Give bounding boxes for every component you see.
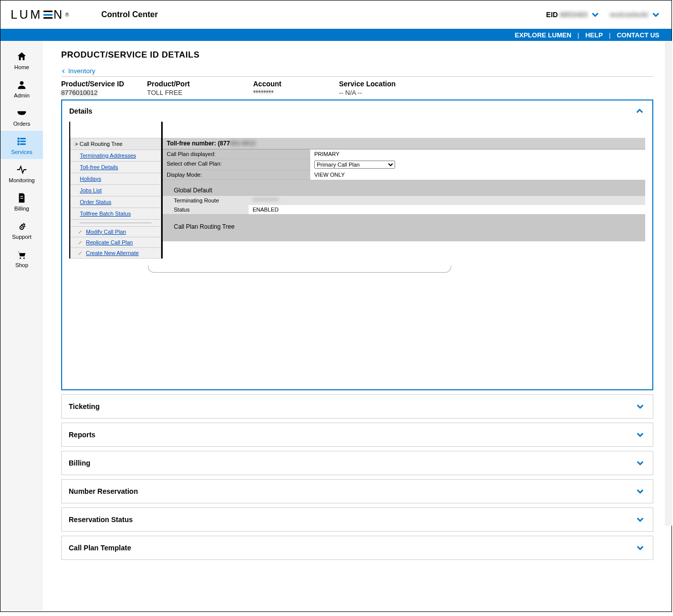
svg-rect-7: [20, 196, 23, 196]
nav-support[interactable]: Support: [1, 216, 43, 244]
eid-label: EID: [546, 11, 558, 19]
topbar-right: EID 8853483 mstrzelecki: [546, 9, 661, 20]
nav-billing[interactable]: Billing: [1, 187, 43, 216]
tollfree-label: Toll-free number: (877: [167, 140, 230, 147]
replicate-call-plan-action[interactable]: Replicate Call Plan: [70, 237, 161, 248]
accordion-reservation-status[interactable]: Reservation Status: [61, 507, 653, 532]
chevron-down-icon: [635, 457, 646, 469]
username: mstrzelecki: [610, 11, 648, 19]
pencil-icon: [78, 250, 83, 255]
nav-label: Support: [12, 234, 32, 240]
call-routing-tree-header[interactable]: Call Routing Tree: [70, 138, 161, 150]
help-link[interactable]: HELP: [579, 31, 609, 39]
modify-call-plan-label: Modify Call Plan: [86, 229, 126, 235]
tree-nav-column: Call Routing Tree Terminating Addresses …: [69, 122, 161, 259]
nav-label: Home: [14, 64, 29, 70]
nav-label: Services: [11, 149, 32, 155]
plan-displayed-value: PRIMARY: [310, 149, 645, 159]
status-label: Status: [163, 205, 249, 214]
prod-port-header: Product/Port: [147, 80, 253, 88]
accordion-label: Reports: [69, 431, 95, 439]
global-default-block: Global Default Terminating Route *******…: [163, 180, 645, 241]
svg-rect-2: [20, 138, 25, 139]
chevron-down-icon: [590, 9, 601, 20]
svg-rect-4: [20, 141, 25, 142]
lumen-logo: LUM N ®: [11, 8, 71, 22]
back-to-inventory-link[interactable]: Inventory: [61, 67, 95, 75]
terminating-route-label: Terminating Route: [163, 196, 249, 205]
tollfree-number-value: 601-0012: [230, 140, 256, 147]
nav-home[interactable]: Home: [1, 46, 43, 74]
svg-point-5: [18, 143, 20, 145]
nav-label: Billing: [14, 206, 29, 212]
gear-icon: [16, 221, 27, 232]
explore-lumen-link[interactable]: EXPLORE LUMEN: [509, 31, 578, 39]
replicate-call-plan-label: Replicate Call Plan: [86, 239, 133, 245]
activity-icon: [16, 164, 27, 175]
accordion-label: Reservation Status: [69, 516, 133, 524]
nav-label: Admin: [14, 92, 29, 98]
back-link-label: Inventory: [68, 67, 95, 75]
page-title: PRODUCT/SERVICE ID DETAILS: [61, 50, 653, 60]
chevron-down-icon: [635, 514, 646, 525]
chevron-up-icon: [634, 106, 645, 117]
accordion-number-reservation[interactable]: Number Reservation: [61, 479, 653, 503]
details-panel-header[interactable]: Details: [62, 100, 652, 122]
eid-dropdown[interactable]: EID 8853483: [546, 9, 601, 20]
call-plan-select[interactable]: Primary Call Plan: [314, 161, 395, 169]
tollfree-batch-status-link[interactable]: Tollfree Batch Status: [70, 208, 161, 220]
prod-port-value: TOLL FREE: [147, 89, 253, 96]
accordion-reports[interactable]: Reports: [61, 423, 653, 447]
accordion-label: Call Plan Template: [69, 544, 131, 552]
user-icon: [16, 79, 27, 90]
svg-point-1: [18, 138, 20, 140]
logo-left: LUM: [11, 8, 42, 22]
nav-orders[interactable]: Orders: [1, 102, 43, 131]
accordion-ticketing[interactable]: Ticketing: [61, 394, 653, 419]
modify-call-plan-action[interactable]: Modify Call Plan: [70, 227, 161, 237]
tollfree-details-link[interactable]: Toll-free Details: [70, 162, 161, 173]
svg-point-12: [23, 258, 25, 259]
terminating-addresses-link[interactable]: Terminating Addresses: [70, 150, 161, 162]
nav-services[interactable]: Services: [1, 131, 43, 159]
svg-point-10: [21, 227, 23, 228]
prod-id-value: 8776010012: [61, 89, 147, 96]
details-panel: Details Call Routing Tree Terminating Ad…: [61, 99, 653, 390]
pencil-icon: [78, 240, 83, 245]
nav-label: Shop: [15, 262, 28, 268]
svg-rect-8: [20, 198, 23, 198]
contact-us-link[interactable]: CONTACT US: [611, 31, 665, 39]
chevron-left-icon: [61, 69, 66, 74]
display-mode-label: Display Mode:: [163, 170, 310, 180]
nav-admin[interactable]: Admin: [1, 74, 43, 102]
panel-bottom-curve: [148, 266, 451, 273]
location-header: Service Location: [339, 80, 445, 88]
jobs-list-link[interactable]: Jobs List: [70, 185, 161, 196]
create-new-alternate-action[interactable]: Create New Alternate: [70, 248, 161, 259]
accordion-call-plan-template[interactable]: Call Plan Template: [61, 536, 653, 560]
status-value: ENABLED: [249, 205, 645, 214]
chevron-down-icon: [635, 401, 646, 412]
svg-point-11: [20, 258, 21, 259]
divider: [70, 220, 161, 227]
user-dropdown[interactable]: mstrzelecki: [610, 9, 661, 20]
blue-nav-bar: EXPLORE LUMEN | HELP | CONTACT US: [1, 29, 671, 41]
svg-rect-6: [20, 144, 25, 145]
home-icon: [16, 51, 27, 62]
accordion-label: Ticketing: [69, 402, 100, 410]
details-title: Details: [69, 107, 92, 115]
create-new-alternate-label: Create New Alternate: [86, 250, 139, 256]
scrollbar[interactable]: [665, 41, 672, 526]
nav-shop[interactable]: Shop: [1, 244, 43, 272]
call-plan-routing-tree-label: Call Plan Routing Tree: [163, 214, 645, 237]
nav-monitoring[interactable]: Monitoring: [1, 159, 43, 187]
order-status-link[interactable]: Order Status: [70, 196, 161, 208]
accordion-billing[interactable]: Billing: [61, 451, 653, 475]
holidays-link[interactable]: Holidays: [70, 173, 161, 185]
logo-right: N: [54, 8, 64, 22]
plan-displayed-label: Call Plan displayed:: [163, 149, 310, 159]
accordion-label: Billing: [69, 459, 90, 467]
chevron-down-icon: [635, 429, 646, 440]
list-icon: [16, 136, 27, 147]
select-plan-label: Select other Call Plan:: [163, 159, 310, 170]
